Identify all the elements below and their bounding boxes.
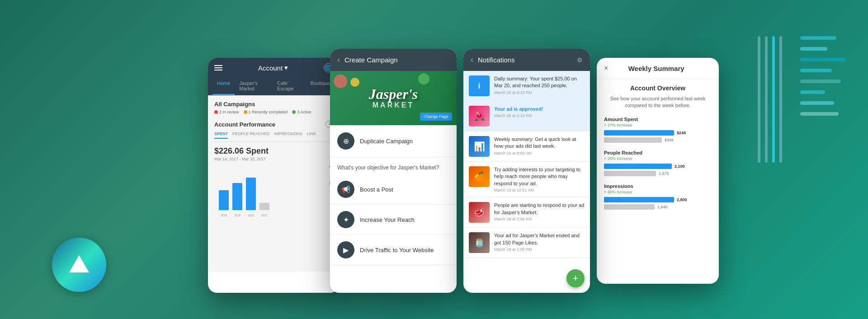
people-reached-prev-val: 1,575: [659, 171, 669, 176]
vert-bars: [758, 36, 782, 163]
notifications-title: Notifications: [478, 56, 515, 64]
jar-icon: 🫙: [474, 238, 484, 248]
duplicate-campaign-option[interactable]: ⊕ Duplicate Campaign: [330, 125, 457, 157]
notification-time-1: March 20 at 8:15 PM: [494, 90, 585, 95]
duplicate-label: Duplicate Campaign: [360, 138, 413, 145]
notification-item-6[interactable]: 🫙 Your ad for Jasper's Market ended and …: [463, 228, 590, 258]
duplicate-icon: ⊕: [343, 137, 349, 145]
phone-create-campaign: ‹ Create Campaign Jasper's MARKET Change…: [330, 49, 457, 293]
account-text: Account: [258, 64, 283, 72]
change-page-button[interactable]: Change Page: [420, 113, 452, 121]
nav-tab-home[interactable]: Home: [212, 77, 235, 95]
status-completed-text: 1 Recently completed: [249, 110, 288, 114]
notification-text-area-5: People are starting to respond to your a…: [494, 202, 585, 223]
nav-tab-jaspers[interactable]: Jasper's Market: [235, 77, 273, 95]
jaspers-name: Jasper's: [369, 87, 418, 101]
phone4-content: Account Overview See how your account pe…: [597, 79, 719, 222]
bar-chart: 3/16 3/18 3/20 3/21 50: [214, 165, 333, 210]
notification-text-area-1: Daily summary: Your spent $25.00 on Mar …: [494, 75, 585, 96]
avatar-triangle: [69, 255, 89, 272]
create-campaign-title: Create Campaign: [344, 56, 398, 64]
phone1-nav: Home Jasper's Market Cafe' Escape Boutiq…: [208, 77, 339, 95]
amount-spent-prev-bar: $206: [604, 137, 712, 143]
notification-item-4[interactable]: 🍊 Try adding interests to your targeting…: [463, 162, 590, 197]
approved-icon: 🌺: [474, 111, 485, 122]
people-reached-label: People Reached: [604, 150, 712, 155]
impressions-current-bar: 2,800: [604, 197, 712, 202]
back-arrow[interactable]: ‹: [337, 55, 340, 65]
vert-bar-accent: [772, 36, 775, 163]
notification-time-3: March 14 at 8:03 AM: [494, 151, 585, 155]
notif-header-left: ‹ Notifications: [471, 55, 515, 65]
jaspers-banner: Jasper's MARKET Change Page: [330, 71, 457, 125]
deco-circle-2: [350, 78, 359, 87]
amount-spent-current-bar: $248: [604, 130, 712, 136]
notification-text-area-2: Your ad is approved! March 20 at 3:14 PM: [494, 106, 585, 127]
notification-time-5: March 18 at 3:00 PM: [494, 217, 585, 221]
chart-icon: 📊: [474, 141, 485, 152]
account-label[interactable]: Account ▾: [258, 64, 288, 72]
amount-spent-current-val: $248: [677, 131, 686, 135]
people-reached-bar-prev: [604, 171, 656, 176]
perf-tab-spent[interactable]: SPENT: [214, 131, 228, 139]
status-dot-review: [214, 110, 218, 114]
deco-bar: [800, 112, 839, 116]
phone1-header: Account ▾ 🌐: [208, 58, 339, 77]
impressions-current-val: 2,800: [677, 197, 687, 202]
notification-thumb-5: 🥩: [469, 202, 490, 223]
jaspers-logo-area: Jasper's MARKET: [369, 87, 418, 109]
filter-icon[interactable]: ⚙: [577, 56, 583, 64]
increase-reach-label: Increase Your Reach: [360, 216, 415, 223]
fab-add-button[interactable]: +: [566, 269, 585, 287]
notification-thumb-4: 🍊: [469, 166, 490, 187]
phone1-content: All Campaigns 2 In review 1 Recently com…: [208, 95, 339, 272]
people-reached-current-val: 2,100: [675, 164, 685, 169]
main-container: Account ▾ 🌐 Home Jasper's Market Cafe' E…: [0, 0, 868, 319]
status-active: 3 Active: [292, 110, 311, 114]
close-button[interactable]: ×: [604, 64, 608, 72]
notification-text-5: People are starting to respond to your a…: [494, 202, 585, 216]
increase-reach-option[interactable]: ✦ Increase Your Reach: [330, 205, 457, 235]
perf-tab-people-reached[interactable]: PEOPLE REACHED: [232, 131, 270, 139]
notification-item-5[interactable]: 🥩 People are starting to respond to your…: [463, 197, 590, 228]
notif-back-arrow[interactable]: ‹: [471, 55, 473, 65]
all-campaigns-title: All Campaigns: [214, 101, 333, 108]
phone-account: Account ▾ 🌐 Home Jasper's Market Cafe' E…: [208, 58, 339, 293]
account-perf-header: Account Performance ?: [214, 121, 333, 128]
people-reached-current-bar: 2,100: [604, 164, 712, 169]
drive-traffic-option[interactable]: ▶ Drive Traffic to Your Website: [330, 235, 457, 265]
campaign-status: 2 In review 1 Recently completed 3 Activ…: [214, 110, 333, 114]
notification-thumb-3: 📊: [469, 136, 490, 157]
notification-text-area-6: Your ad for Jasper's Market ended and go…: [494, 232, 585, 253]
objective-question: What's your objective for Jasper's Marke…: [330, 157, 457, 174]
account-overview-desc: See how your account performed last week…: [604, 95, 712, 109]
approved-thumb: 🌺: [469, 106, 490, 127]
ended-thumb: 🫙: [469, 232, 490, 253]
deco-bar: [800, 58, 845, 61]
status-dot-completed: [244, 110, 247, 114]
notification-text-6: Your ad for Jasper's Market ended and go…: [494, 232, 585, 246]
impressions-label: Impressions: [604, 183, 712, 189]
traffic-icon: ▶: [343, 246, 349, 254]
boost-post-option[interactable]: 📢 Boost a Post: [330, 174, 457, 205]
hamburger-menu[interactable]: [214, 65, 222, 70]
notification-item-2[interactable]: 🌺 Your ad is approved! March 20 at 3:14 …: [463, 101, 590, 131]
notification-text-3: Weekly summary: Get a quick look at how …: [494, 136, 585, 150]
metric-impressions: Impressions + 30% increase 2,800 1,940: [604, 183, 712, 210]
targeting-thumb: 🍊: [469, 166, 490, 187]
notification-item-3[interactable]: 📊 Weekly summary: Get a quick look at ho…: [463, 131, 590, 162]
hamburger-line: [214, 70, 222, 70]
drive-traffic-icon-circle: ▶: [337, 241, 354, 258]
status-review-text: 2 In review: [219, 110, 239, 114]
hamburger-line: [214, 67, 222, 68]
deco-bars: [800, 36, 845, 116]
duplicate-icon-circle: ⊕: [337, 132, 354, 150]
dropdown-arrow: ▾: [284, 64, 288, 72]
nav-tab-cafe[interactable]: Cafe' Escape: [273, 77, 306, 95]
perf-tab-impressions[interactable]: IMPRESSIONS: [274, 131, 303, 139]
phone4-header: × Weekly Summary: [597, 58, 719, 79]
impressions-bar-prev: [604, 204, 655, 210]
notification-item-1[interactable]: i Daily summary: Your spent $25.00 on Ma…: [463, 71, 590, 101]
perf-tab-link[interactable]: LINK: [307, 131, 316, 139]
spent-amount: $226.06 Spent: [214, 146, 333, 156]
